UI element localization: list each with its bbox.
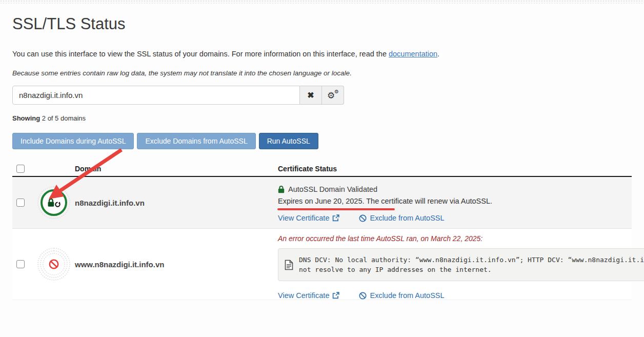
- view-certificate-link[interactable]: View Certificate: [278, 214, 339, 222]
- domain-name: n8nazdigi.it.info.vn: [75, 199, 145, 207]
- showing-label: Showing: [12, 114, 40, 122]
- status-column-header: Certificate Status: [278, 165, 632, 173]
- external-link-icon: [332, 214, 339, 222]
- red-ban-icon: [48, 259, 59, 270]
- row-checkbox[interactable]: [16, 199, 25, 207]
- search-input[interactable]: [12, 86, 300, 105]
- include-domains-autossl-button[interactable]: Include Domains during AutoSSL: [12, 133, 134, 149]
- documentation-link[interactable]: documentation: [389, 50, 437, 58]
- view-certificate-link[interactable]: View Certificate: [278, 291, 339, 300]
- error-log-line-1: DNS DCV: No local authority: “www.n8nazd…: [299, 255, 644, 265]
- exclude-from-autossl-link[interactable]: Exclude from AutoSSL: [359, 291, 444, 300]
- exclude-from-autossl-link[interactable]: Exclude from AutoSSL: [359, 214, 444, 222]
- table-header-row: Domain Certificate Status: [12, 162, 632, 177]
- exclude-domains-autossl-button[interactable]: Exclude Domains from AutoSSL: [137, 133, 255, 149]
- autossl-toolbar: Include Domains during AutoSSL Exclude D…: [12, 133, 644, 149]
- clear-search-button[interactable]: ✖: [300, 86, 322, 105]
- page-title: SSL/TLS Status: [12, 15, 644, 33]
- green-lock-icon: [278, 186, 285, 193]
- showing-summary: Showing 2 of 5 domains: [12, 114, 644, 122]
- search-settings-button[interactable]: ⚙ ⚙: [322, 86, 344, 105]
- ban-icon: [359, 292, 367, 300]
- domain-name: www.n8nazdigi.it.info.vn: [75, 260, 164, 269]
- table-row-error-domain: www.n8nazdigi.it.info.vn An error occurr…: [12, 229, 632, 300]
- autossl-error-summary: An error occurred the last time AutoSSL …: [278, 234, 632, 245]
- domain-search-group: ✖ ⚙ ⚙: [12, 86, 344, 105]
- intro-text: You can use this interface to view the S…: [12, 50, 644, 58]
- showing-rest: 2 of 5 domains: [40, 114, 86, 122]
- locale-note: Because some entries contain raw log dat…: [12, 69, 644, 77]
- autossl-error-icon: [37, 247, 71, 281]
- red-underline-annotation: [277, 208, 395, 210]
- domain-column-header: Domain: [71, 165, 278, 173]
- intro-text-before: You can use this interface to view the S…: [12, 50, 389, 58]
- error-log-box: DNS DCV: No local authority: “www.n8nazd…: [278, 248, 644, 281]
- select-all-checkbox[interactable]: [16, 165, 25, 173]
- ssl-secured-icon: [37, 186, 71, 220]
- run-autossl-button[interactable]: Run AutoSSL: [259, 133, 318, 149]
- expiry-text: Expires on June 20, 2025. The certificat…: [278, 197, 632, 208]
- ban-icon: [359, 214, 367, 222]
- row-checkbox[interactable]: [16, 260, 25, 268]
- intro-text-after: .: [437, 50, 439, 58]
- page-top-texture: [0, 0, 644, 4]
- x-icon: ✖: [307, 91, 314, 100]
- table-row-secured-domain: n8nazdigi.it.info.vn AutoSSL Domain Vali…: [12, 177, 632, 229]
- status-validated-line: AutoSSL Domain Validated: [278, 184, 632, 195]
- external-link-icon: [332, 292, 339, 299]
- gears-icon: ⚙ ⚙: [328, 90, 338, 101]
- ssl-status-table: Domain Certificate Status: [12, 162, 632, 300]
- status-validated-label: AutoSSL Domain Validated: [288, 185, 377, 193]
- error-log-line-2: not resolve to any IP addresses on the i…: [299, 265, 644, 274]
- file-icon: [285, 260, 293, 270]
- error-log-text: DNS DCV: No local authority: “www.n8nazd…: [299, 255, 644, 274]
- lock-autorenew-icon: [47, 197, 61, 208]
